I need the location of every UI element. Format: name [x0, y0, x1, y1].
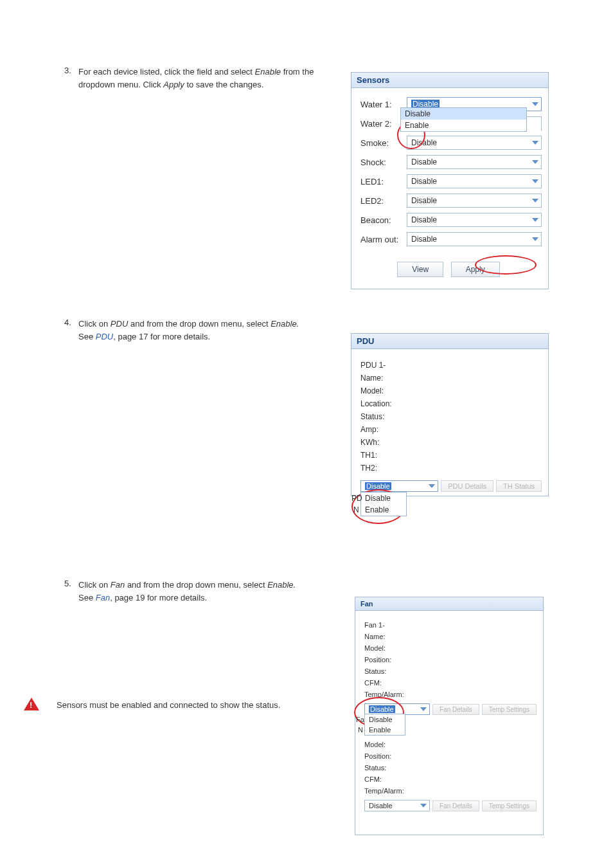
fan-title: Fan [355, 597, 543, 611]
chevron-down-icon [532, 237, 538, 241]
step-5-number: 5. [64, 579, 71, 588]
fan1-cfm: CFM: [364, 679, 537, 687]
pdu-heading: PDU 1- [360, 361, 542, 370]
fan-dropdown-open[interactable]: FaDisable NEnable [364, 714, 405, 736]
label-led2: LED2: [360, 196, 407, 206]
option-disable[interactable]: PDDisable [361, 493, 406, 504]
select-shock[interactable]: Disable [407, 155, 542, 169]
fan1-details-button[interactable]: Fan Details [432, 704, 479, 715]
fan1-position: Position: [364, 656, 537, 664]
pdu-th2: TH2: [360, 464, 542, 473]
fan2-temp: Temp/Alarm: [364, 787, 537, 795]
select-led2[interactable]: Disable [407, 194, 542, 208]
pdu-status: Status: [360, 412, 542, 421]
label-led1: LED1: [360, 177, 407, 186]
pdu-details-button[interactable]: PDU Details [441, 480, 493, 492]
fan2-settings-button[interactable]: Temp Settings [482, 800, 537, 811]
select-smoke[interactable]: Disable [407, 136, 542, 150]
pdu-title: PDU [351, 334, 548, 349]
step-3-number: 3. [64, 66, 71, 75]
pdu-th1: TH1: [360, 451, 542, 460]
fan1-name: Name: [364, 633, 537, 640]
th-status-button[interactable]: TH Status [496, 480, 542, 492]
view-button[interactable]: View [397, 262, 443, 277]
fan2-details-button[interactable]: Fan Details [432, 800, 479, 811]
chevron-down-icon [420, 804, 427, 808]
fan1-status: Status: [364, 667, 537, 675]
label-shock: Shock: [360, 158, 407, 167]
pdu-location: Location: [360, 399, 542, 408]
option-enable[interactable]: NEnable [361, 504, 406, 516]
chevron-down-icon [420, 707, 427, 711]
fan-heading1: Fan 1- [364, 621, 537, 629]
sensors-title: Sensors [351, 73, 548, 88]
step-4-text: Click on PDU and from the drop down menu… [78, 318, 335, 343]
option-disable[interactable]: FaDisable [365, 714, 405, 725]
select-alarmout[interactable]: Disable [407, 232, 542, 246]
pdu-kwh: KWh: [360, 438, 542, 447]
select-led1[interactable]: Disable [407, 174, 542, 188]
fan2-cfm: CFM: [364, 775, 537, 783]
chevron-down-icon [532, 102, 538, 106]
fan1-model: Model: [364, 644, 537, 652]
fan-panel: Fan Fan 1- Name: Model: Position: Status… [355, 597, 544, 835]
chevron-down-icon [532, 160, 538, 164]
pdu-dropdown-open[interactable]: PDDisable NEnable [360, 492, 407, 516]
link-pdu[interactable]: PDU [96, 332, 113, 341]
fan2-position: Position: [364, 752, 537, 760]
fan2-select[interactable]: Disable [364, 800, 430, 811]
chevron-down-icon [532, 199, 538, 203]
pdu-model: Model: [360, 386, 542, 395]
option-enable[interactable]: NEnable [365, 725, 405, 735]
dropdown-open-water2[interactable]: Disable Enable [400, 107, 527, 132]
fan2-model: Model: [364, 741, 537, 748]
step-4-number: 4. [64, 318, 71, 327]
sensors-panel: Sensors Water 1: Disable Water 2: Disabl… [351, 72, 549, 289]
fan2-status: Status: [364, 764, 537, 772]
warning-icon [24, 698, 39, 710]
pdu-amp: Amp: [360, 425, 542, 434]
step-3-text: For each device listed, click the field … [78, 66, 335, 91]
select-beacon[interactable]: Disable [407, 213, 542, 227]
pdu-name: Name: [360, 374, 542, 383]
warning-text: Sensors must be enabled and connected to… [57, 699, 288, 712]
pdu-panel: PDU PDU 1- Name: Model: Location: Status… [351, 333, 549, 496]
pdu-select[interactable]: Disable [360, 480, 438, 492]
chevron-down-icon [429, 484, 435, 488]
fan1-temp: Temp/Alarm: [364, 691, 537, 698]
link-fan[interactable]: Fan [96, 593, 110, 602]
step-5-text: Click on Fan and from the drop down menu… [78, 579, 335, 604]
label-beacon: Beacon: [360, 215, 407, 225]
chevron-down-icon [532, 218, 538, 222]
label-smoke: Smoke: [360, 138, 407, 148]
apply-button[interactable]: Apply [451, 262, 500, 277]
chevron-down-icon [532, 141, 538, 145]
label-alarmout: Alarm out: [360, 235, 407, 244]
option-disable[interactable]: Disable [401, 108, 526, 120]
chevron-down-icon [532, 179, 538, 183]
option-enable[interactable]: Enable [401, 120, 526, 131]
fan1-settings-button[interactable]: Temp Settings [482, 704, 537, 715]
